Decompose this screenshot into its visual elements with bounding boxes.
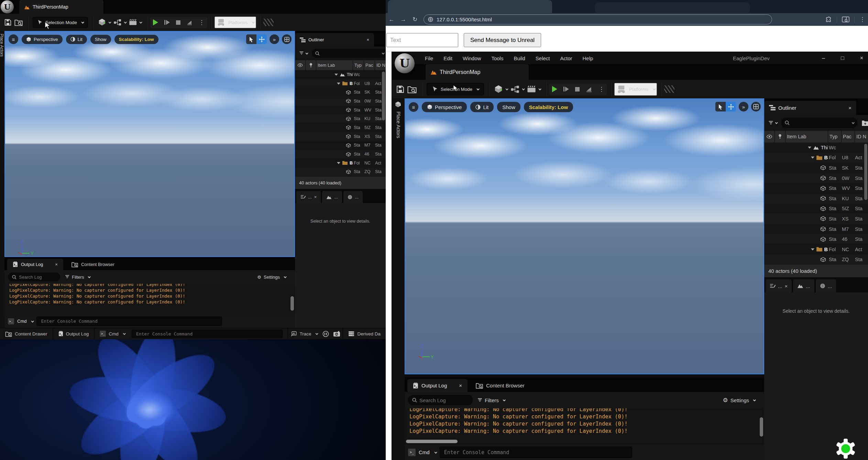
minimize-button[interactable]: – [822, 55, 825, 61]
type-column-header[interactable]: Typ [828, 131, 841, 142]
outliner-row-staticmesh[interactable]: Sta 46 Sta [764, 234, 868, 244]
launch-button[interactable] [185, 19, 194, 26]
package-column-header[interactable]: Pac [842, 131, 855, 142]
close-tab-icon[interactable]: × [785, 283, 788, 289]
scalability-badge[interactable]: Scalability: Low [524, 102, 573, 112]
tab-world-partition[interactable]: ... [816, 279, 836, 292]
item-label-column-header[interactable]: Item Lab [785, 131, 828, 142]
pin-column-header[interactable] [775, 131, 785, 142]
menu-tools[interactable]: Tools [491, 55, 503, 61]
tab-content-browser[interactable]: Content Browser [66, 259, 120, 270]
tab-details[interactable]: ... × [766, 279, 792, 292]
content-browser-button[interactable] [13, 17, 24, 28]
tab-outliner[interactable]: Outliner × [295, 33, 374, 46]
outliner-row-staticmesh[interactable]: Sta SK Sta [764, 163, 868, 173]
log-search-box[interactable] [408, 395, 473, 405]
tab-world-settings[interactable]: ... [793, 279, 814, 292]
stop-button[interactable] [574, 86, 581, 93]
outliner-row-staticmesh[interactable]: Sta M7 Sta [295, 141, 386, 150]
forward-icon[interactable]: → [397, 16, 409, 23]
viewport-menu-icon[interactable]: ≡ [409, 102, 418, 112]
cmd-dropdown[interactable]: Cmd [419, 449, 430, 455]
outliner-row-staticmesh[interactable]: Sta WV Sta [295, 106, 386, 115]
frame-skip-button[interactable] [562, 85, 570, 93]
derived-data-button[interactable]: Derived Da [343, 328, 386, 339]
log-vertical-scrollbar[interactable] [760, 417, 763, 437]
cinematics-button[interactable] [128, 17, 143, 28]
show-dropdown[interactable]: Show [90, 35, 111, 44]
viewport-layout-button[interactable] [751, 102, 761, 111]
outliner-search-box[interactable] [781, 118, 857, 128]
stop-button[interactable] [175, 19, 182, 26]
console-command-input[interactable] [36, 317, 222, 326]
close-button[interactable]: × [860, 55, 863, 61]
close-tab-icon[interactable]: × [848, 105, 851, 111]
address-bar[interactable]: 127.0.0.1:5500/test.html [424, 14, 772, 24]
expand-toolbar-icon[interactable]: » [739, 102, 748, 111]
outliner-scrollbar[interactable] [382, 72, 385, 120]
statusbar-output-log-button[interactable]: Output Log [53, 328, 94, 339]
selection-mode-dropdown[interactable]: Selection Mode [427, 83, 484, 95]
blueprints-button[interactable] [112, 17, 128, 28]
save-button[interactable] [3, 17, 13, 28]
browser-menu-kebab-icon[interactable]: ⋮ [859, 16, 865, 23]
save-button[interactable] [395, 84, 406, 95]
trace-pause-button[interactable] [320, 328, 331, 339]
extensions-icon[interactable] [825, 16, 832, 23]
maximize-button[interactable]: □ [841, 55, 844, 61]
outliner-row-staticmesh[interactable]: Sta 0W Sta [764, 173, 868, 183]
menu-select[interactable]: Select [536, 55, 550, 61]
frame-skip-button[interactable] [163, 19, 171, 26]
menu-help[interactable]: Help [583, 55, 593, 61]
viewport-menu-icon[interactable]: ≡ [9, 34, 18, 44]
outliner-row-staticmesh[interactable]: Sta XS Sta [295, 132, 386, 141]
cmd-dropdown[interactable]: Cmd [17, 319, 26, 324]
live-status-gear-icon[interactable] [836, 439, 856, 459]
idname-column-header[interactable]: ID N [375, 60, 386, 70]
selection-mode-dropdown[interactable]: Selection Mode [33, 17, 88, 28]
outliner-row-staticmesh[interactable]: Sta WV Sta [764, 183, 868, 193]
outliner-row-staticmesh[interactable]: Sta KU Sta [295, 114, 386, 123]
package-column-header[interactable]: Pac [364, 60, 375, 70]
add-actor-button[interactable] [493, 83, 509, 95]
log-horizontal-scrollbar[interactable] [406, 440, 458, 443]
reload-icon[interactable]: ↻ [409, 16, 421, 23]
play-options-kebab-icon[interactable]: ⋮ [597, 84, 606, 94]
add-actor-button[interactable] [97, 17, 112, 28]
cinematics-button[interactable] [526, 84, 542, 95]
level-tab[interactable]: ThirdPersonMap [426, 64, 529, 80]
close-tab-icon[interactable]: × [459, 383, 462, 388]
log-search-input[interactable] [19, 275, 56, 280]
log-search-input[interactable] [419, 397, 469, 403]
tab-content-browser[interactable]: Content Browser [470, 379, 530, 392]
outliner-row-staticmesh[interactable]: Sta ZQ Sta [764, 255, 868, 265]
tab-details[interactable]: ... × [296, 191, 321, 203]
statusbar-console-input[interactable] [132, 330, 283, 338]
move-tool-button[interactable] [256, 34, 267, 44]
log-lines[interactable]: LogPixelCapture: Warning: No capturer co… [405, 408, 764, 445]
tab-output-log[interactable]: Output Log × [407, 379, 468, 392]
toolbar-grip-handle[interactable] [263, 19, 274, 26]
blueprints-button[interactable] [509, 84, 526, 95]
tab-world-settings[interactable]: ... [322, 191, 342, 203]
menu-file[interactable]: File [425, 55, 433, 61]
level-viewport[interactable]: ≡ Perspective Lit Show Scalability: Low [4, 31, 295, 257]
statusbar-cmd-dropdown[interactable]: >_ Cmd [95, 328, 130, 339]
expander-icon[interactable] [811, 248, 814, 250]
visibility-column-header[interactable] [764, 131, 774, 142]
show-dropdown[interactable]: Show [497, 102, 520, 112]
close-tab-icon[interactable]: × [314, 194, 317, 200]
log-settings-dropdown[interactable]: ⚙ Settings [723, 397, 755, 404]
place-actors-sidebar[interactable]: Place Actors [392, 98, 405, 460]
outliner-row-staticmesh[interactable]: Sta M7 Sta [764, 224, 868, 234]
launch-button[interactable] [584, 85, 594, 94]
move-tool-button[interactable] [726, 102, 736, 111]
outliner-row-staticmesh[interactable]: Sta 5IZ Sta [764, 204, 868, 214]
expander-icon[interactable] [811, 157, 814, 159]
back-icon[interactable]: ← [386, 16, 397, 23]
idname-column-header[interactable]: ID N [855, 131, 868, 142]
outliner-scrollbar[interactable] [864, 144, 867, 200]
outliner-row-staticmesh[interactable]: Sta XS Sta [764, 214, 868, 224]
tab-outliner[interactable]: Outliner × [764, 101, 856, 115]
outliner-row-folder[interactable]: B Fol U8 Act [295, 79, 386, 88]
